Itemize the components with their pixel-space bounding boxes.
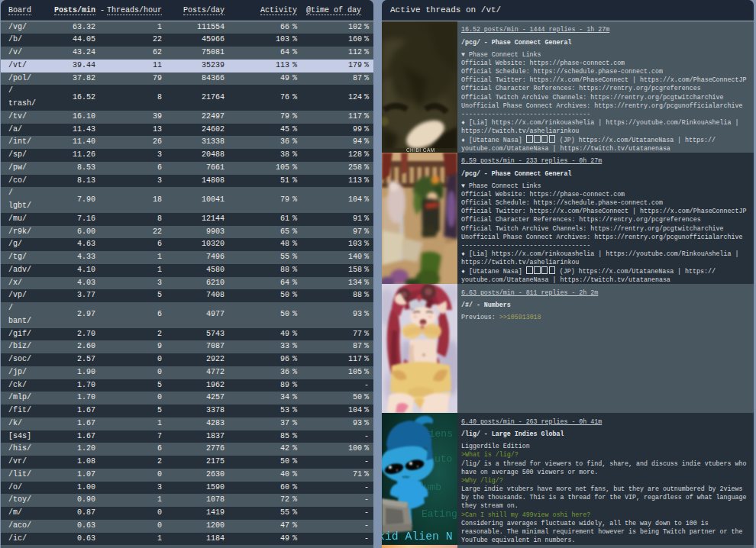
svg-text:CHIBI CAM: CHIBI CAM	[406, 147, 435, 153]
svg-text:kid Alien N: kid Alien N	[382, 530, 453, 543]
svg-text:Eating: Eating	[422, 508, 457, 520]
svg-text:uto: uto	[435, 453, 452, 465]
